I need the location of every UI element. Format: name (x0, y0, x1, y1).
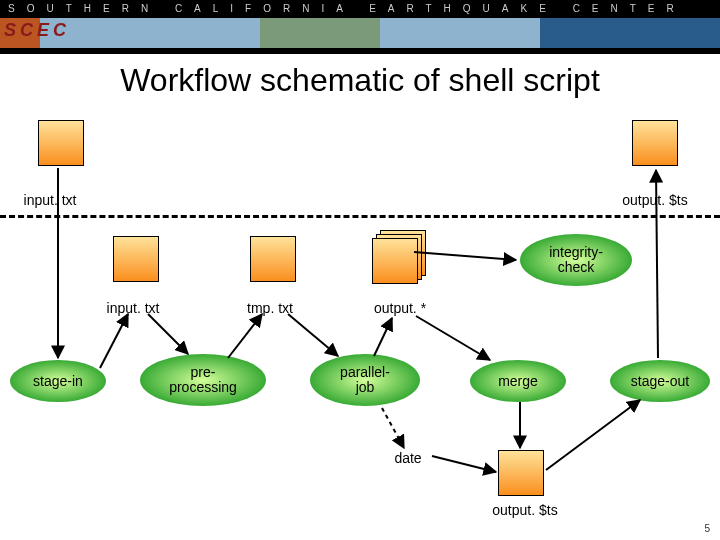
filebox-output-top (632, 120, 678, 166)
slide-title: Workflow schematic of shell script (0, 62, 720, 99)
label-outstar: output. * (350, 300, 450, 316)
label-tmp: tmp. txt (225, 300, 315, 316)
label-input-mid: input. txt (88, 300, 178, 316)
label-date: date (378, 450, 438, 466)
banner-strip: SOUTHERN CALIFORNIA EARTHQUAKE CENTER (0, 0, 720, 18)
filebox-stack-output (372, 230, 426, 284)
banner-strip-text: SOUTHERN CALIFORNIA EARTHQUAKE CENTER (0, 0, 720, 18)
stage-merge: merge (470, 360, 566, 402)
banner-logo: SCEC (4, 20, 70, 41)
banner-bar (0, 48, 720, 54)
filebox-input-top (38, 120, 84, 166)
filebox-output-bottom (498, 450, 544, 496)
dashed-divider (0, 215, 720, 218)
stage-stage-in: stage-in (10, 360, 106, 402)
stage-stage-out: stage-out (610, 360, 710, 402)
label-output-bottom: output. $ts (470, 502, 580, 518)
page-number: 5 (704, 523, 710, 534)
stage-preprocessing: pre- processing (140, 354, 266, 406)
stage-integrity-check: integrity- check (520, 234, 632, 286)
header-banner: SOUTHERN CALIFORNIA EARTHQUAKE CENTER SC… (0, 0, 720, 54)
filebox-tmp (250, 236, 296, 282)
banner-photo (0, 18, 720, 48)
label-output-top: output. $ts (600, 192, 710, 208)
label-input-top: input. txt (10, 192, 90, 208)
filebox-input-mid (113, 236, 159, 282)
stage-parallel-job: parallel- job (310, 354, 420, 406)
